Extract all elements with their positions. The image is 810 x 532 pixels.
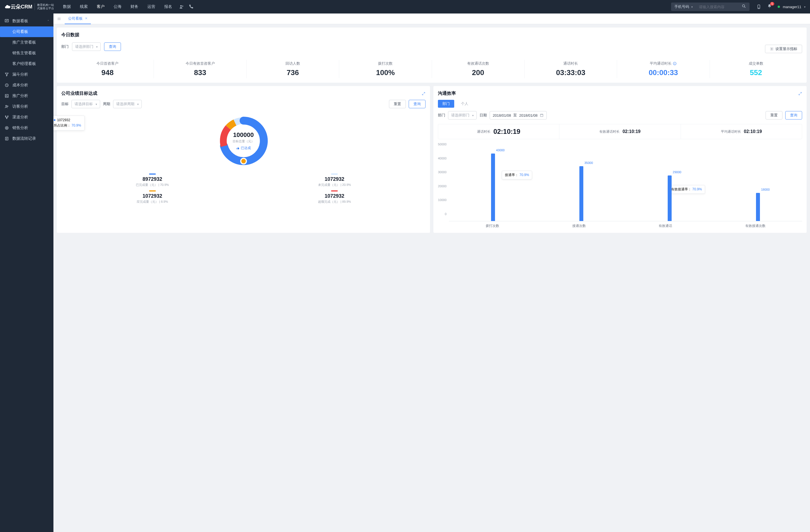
sidebar-item-flow-log[interactable]: 数据流转记录 <box>0 133 53 144</box>
legend-label: 未完成量（元） | 20.9% <box>249 183 420 187</box>
duration-label: 平均通话时长 <box>721 129 741 134</box>
bar-group: 29000 <box>668 143 671 221</box>
info-icon <box>673 62 677 66</box>
dept-select[interactable]: 请选择部门 ▾ <box>72 43 101 51</box>
subtab-personal[interactable]: 个人 <box>456 100 473 108</box>
metric-card: 回访人数736 <box>247 60 339 78</box>
bar: 35000 <box>579 166 583 221</box>
add-user-icon[interactable] <box>179 4 184 9</box>
query-button[interactable]: 查询 <box>409 100 425 108</box>
nav-customers[interactable]: 客户 <box>97 4 104 9</box>
expand-icon[interactable] <box>798 92 802 96</box>
reset-button[interactable]: 重置 <box>389 100 406 108</box>
nav-data[interactable]: 数据 <box>63 4 71 9</box>
metric-value: 833 <box>154 68 246 77</box>
period-select[interactable]: 请选择周期 ▾ <box>113 100 142 108</box>
y-tick: 10000 <box>438 198 447 202</box>
sidebar-item-channel[interactable]: 渠道分析 <box>0 112 53 122</box>
duration-label: 有效通话时长 <box>599 129 620 134</box>
sidebar-item-cost[interactable]: 成本分析 <box>0 80 53 90</box>
main-area: 公司看板 ✕ 今日数据 部门 请选择部门 ▾ <box>53 14 810 532</box>
query-button[interactable]: 查询 <box>785 111 802 119</box>
page-tabs-bar: 公司看板 ✕ <box>53 14 810 24</box>
svg-point-3 <box>759 8 759 9</box>
metric-card: 今日首咨客户948 <box>61 60 154 78</box>
achieved-badge: 已达成 <box>236 146 251 150</box>
legend-item: 8972932 已完成量（元） | 70.9% <box>67 173 238 187</box>
close-icon[interactable]: ✕ <box>85 17 87 20</box>
svg-point-1 <box>743 5 745 7</box>
nav-finance[interactable]: 财务 <box>130 4 139 9</box>
sidebar-group-dashboard[interactable]: 数据看板 ˄ <box>0 16 53 27</box>
settings-metrics-button[interactable]: 设置显示指标 <box>765 45 802 53</box>
legend-swatch <box>149 173 156 174</box>
metric-label: 拨打次数 <box>339 61 432 66</box>
log-icon <box>4 136 9 141</box>
sidebar-item-sales-board[interactable]: 销售主管看板 <box>0 48 53 59</box>
chevron-down-icon: ▾ <box>96 103 97 106</box>
date-label: 日期 <box>480 113 487 118</box>
header-right: 5 manager11 ▾ <box>756 4 806 10</box>
svg-rect-22 <box>540 114 543 117</box>
search-input[interactable] <box>696 5 738 9</box>
nav-operations[interactable]: 运营 <box>147 4 155 9</box>
sidebar-item-funnel[interactable]: 漏斗分析 <box>0 69 53 80</box>
bar-group: 35000 <box>579 143 583 221</box>
gear-icon <box>770 47 774 51</box>
bar: 29000 <box>668 176 671 221</box>
efficiency-panel: 沟通效率 部门 个人 部门 请选择部门 ▾ <box>433 86 807 233</box>
y-tick: 40000 <box>438 156 447 160</box>
y-tick: 0 <box>438 212 447 216</box>
callout-connect-rate: 接通率：70.9% <box>502 171 532 179</box>
today-title: 今日数据 <box>61 32 802 38</box>
metrics-row: 今日首咨客户948今日有效首咨客户833回访人数736拨打次数100%有效通话次… <box>61 60 802 78</box>
logo-subtitle: 教育机构一站 式服务云平台 <box>35 3 54 10</box>
duration-card: 有效通话时长 02:10:19 <box>560 124 681 139</box>
donut-legend: 8972932 已完成量（元） | 70.9% 1072932 未完成量（元） … <box>61 173 425 204</box>
efficiency-dept-select[interactable]: 请选择部门 ▾ <box>448 111 477 119</box>
bar: 43000 <box>491 153 495 221</box>
period-label: 周期 <box>103 101 110 106</box>
sidebar-item-sales[interactable]: 销售分析 <box>0 122 53 133</box>
expand-icon[interactable] <box>422 92 425 96</box>
metric-label: 平均通话时长 <box>617 61 709 66</box>
notification-bell[interactable]: 5 <box>767 4 772 10</box>
target-label: 目标 <box>61 101 69 106</box>
sidebar-item-promo-board[interactable]: 推广主管看板 <box>0 37 53 48</box>
sidebar-item-promotion[interactable]: 推广分析 <box>0 90 53 101</box>
query-button[interactable]: 查询 <box>104 43 121 51</box>
metric-value: 552 <box>710 68 802 77</box>
date-range-picker[interactable]: 2018/01/08 至 2018/01/08 <box>490 111 547 119</box>
legend-label: 应完成量（元） | 8.9% <box>67 200 238 204</box>
callout-effective-rate: 有效接通率：70.9% <box>668 185 705 194</box>
tab-company-board[interactable]: 公司看板 ✕ <box>65 14 91 24</box>
svg-point-15 <box>771 48 772 49</box>
user-menu[interactable]: manager11 ▾ <box>778 5 806 9</box>
legend-label: 超额完成（元） | 89.9% <box>249 200 420 204</box>
legend-swatch <box>331 173 338 174</box>
nav-leads[interactable]: 线索 <box>80 4 88 9</box>
clock-icon <box>4 83 9 87</box>
search-type-select[interactable]: 手机号码 ▾ <box>671 4 696 9</box>
dept-label: 部门 <box>438 113 445 118</box>
efficiency-subtabs: 部门 个人 <box>438 100 802 108</box>
sidebar-item-manager-board[interactable]: 客户经理看板 <box>0 59 53 69</box>
nav-public[interactable]: 公海 <box>114 4 122 9</box>
x-label: 有效接通次数 <box>745 223 765 228</box>
target-select[interactable]: 请选择目标 ▾ <box>71 100 100 108</box>
metric-card: 今日有效首咨客户833 <box>154 60 246 78</box>
sidebar-item-visitor[interactable]: 访客分析 <box>0 101 53 112</box>
subtab-dept[interactable]: 部门 <box>438 100 454 108</box>
sidebar-item-company-board[interactable]: 公司看板 <box>0 27 53 37</box>
legend-value: 1072932 <box>249 193 420 199</box>
search-button[interactable] <box>738 4 749 10</box>
donut-center: 100000 目标总量（元） 已达成 <box>61 124 425 158</box>
nav-enroll[interactable]: 报名 <box>164 4 172 9</box>
phone-icon[interactable] <box>189 4 194 9</box>
duration-card: 平均通话时长 02:10:19 <box>681 124 802 139</box>
legend-item: 1072932 未完成量（元） | 20.9% <box>249 173 420 187</box>
reset-button[interactable]: 重置 <box>765 111 782 119</box>
menu-icon[interactable] <box>57 17 61 21</box>
x-label: 拨打次数 <box>486 223 499 228</box>
mobile-icon[interactable] <box>756 4 761 9</box>
